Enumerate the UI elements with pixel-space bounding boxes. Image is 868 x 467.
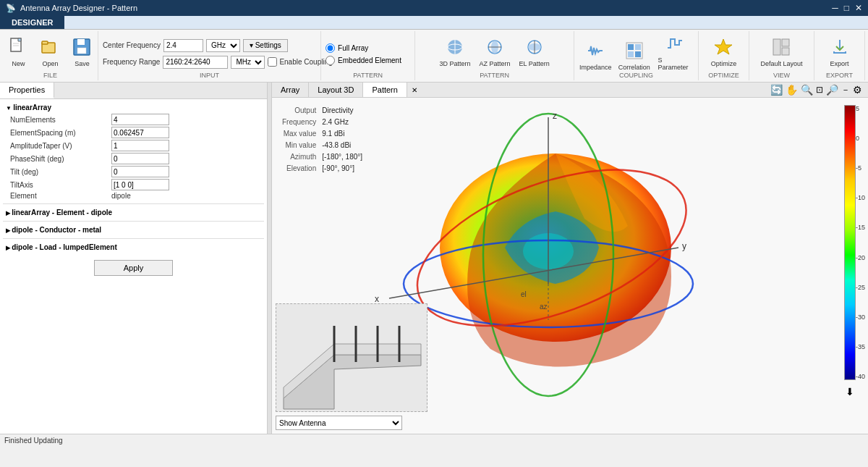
colorbar-download-icon[interactable]: ⬇ bbox=[846, 386, 854, 397]
tilt-axis-input[interactable] bbox=[111, 179, 169, 190]
maximize-button[interactable]: □ bbox=[844, 3, 849, 13]
tilt-input[interactable] bbox=[111, 166, 169, 177]
pattern-tab[interactable]: Pattern bbox=[363, 83, 407, 97]
el-pattern-button[interactable]: EL Pattern bbox=[516, 34, 553, 69]
full-array-row[interactable]: Full Array bbox=[326, 43, 401, 53]
show-antenna-row: Show Antenna Hide Antenna bbox=[276, 416, 402, 430]
layout-3d-tab[interactable]: Layout 3D bbox=[309, 83, 363, 97]
new-label: New bbox=[12, 60, 25, 67]
center-freq-unit-select[interactable]: GHzMHz bbox=[206, 39, 240, 52]
save-button[interactable]: Save bbox=[67, 34, 96, 69]
zoom-in-icon[interactable]: 🔎 bbox=[826, 84, 838, 96]
save-label: Save bbox=[75, 60, 90, 67]
status-text: Finished Updating bbox=[4, 437, 63, 445]
export-group-label: EXPORT bbox=[814, 72, 864, 79]
element-spacing-input[interactable] bbox=[111, 127, 169, 138]
impedance-icon bbox=[584, 39, 607, 62]
num-elements-row: NumElements bbox=[9, 113, 264, 126]
center-freq-input[interactable] bbox=[163, 39, 203, 52]
svg-rect-18 bbox=[628, 44, 634, 50]
tab-close-button[interactable]: ✕ bbox=[407, 85, 422, 96]
svg-rect-4 bbox=[42, 41, 48, 44]
element-spacing-label: ElementSpacing (m) bbox=[10, 129, 111, 137]
svg-rect-25 bbox=[782, 48, 789, 55]
embedded-element-radio[interactable] bbox=[326, 56, 335, 65]
svg-rect-24 bbox=[782, 39, 789, 46]
colorbar-neg10: -10 bbox=[856, 194, 865, 201]
default-layout-button[interactable]: Default Layout bbox=[757, 34, 805, 69]
svg-rect-21 bbox=[635, 51, 641, 57]
amplitude-taper-input[interactable] bbox=[111, 140, 169, 151]
linear-array-header[interactable]: linearArray bbox=[3, 102, 264, 113]
svg-rect-6 bbox=[77, 39, 85, 45]
pattern-btns-group-label: PATTERN bbox=[415, 72, 574, 79]
apply-button[interactable]: Apply bbox=[94, 260, 174, 276]
3d-pattern-button[interactable]: 3D Pattern bbox=[436, 34, 473, 69]
optimize-button[interactable]: Optimize bbox=[708, 34, 740, 69]
svg-rect-19 bbox=[635, 44, 641, 50]
export-button[interactable]: Export bbox=[825, 34, 854, 69]
zoom-icon[interactable]: 🔍 bbox=[801, 84, 813, 96]
correlation-button[interactable]: Correlation bbox=[616, 38, 652, 72]
right-content: OutputDirectivity Frequency2.4 GHz Max v… bbox=[272, 98, 868, 434]
minimize-button[interactable]: ─ bbox=[832, 3, 838, 13]
phase-shift-input[interactable] bbox=[111, 153, 169, 164]
tilt-axis-value bbox=[111, 179, 263, 190]
settings-icon[interactable]: ⚙ bbox=[853, 84, 862, 96]
fit-icon[interactable]: ⊡ bbox=[816, 85, 823, 95]
export-icons: Export bbox=[825, 34, 854, 69]
embedded-element-label: Embedded Element bbox=[338, 56, 401, 64]
full-array-radio[interactable] bbox=[326, 43, 335, 53]
new-icon bbox=[7, 35, 30, 59]
colorbar-neg25: -25 bbox=[856, 284, 865, 291]
small-array-svg bbox=[276, 304, 428, 413]
freq-range-unit-select[interactable]: MHzGHz bbox=[231, 56, 265, 69]
embedded-element-row[interactable]: Embedded Element bbox=[326, 56, 401, 65]
show-antenna-select[interactable]: Show Antenna Hide Antenna bbox=[276, 416, 402, 430]
close-button[interactable]: ✕ bbox=[855, 3, 862, 13]
designer-tab[interactable]: DESIGNER bbox=[0, 16, 64, 29]
zoom-out-icon[interactable]: － bbox=[841, 84, 850, 96]
app-icon: 📡 bbox=[6, 4, 16, 13]
small-3d-view bbox=[276, 303, 427, 412]
open-icon bbox=[38, 35, 61, 59]
pattern-icons: 3D Pattern AZ Pattern EL Pattern bbox=[436, 34, 552, 69]
new-button[interactable]: New bbox=[4, 34, 33, 69]
properties-tab[interactable]: Properties bbox=[0, 83, 54, 98]
array-tab[interactable]: Array bbox=[272, 83, 309, 97]
toolbar: DESIGNER New Open bbox=[0, 16, 868, 83]
pan-icon[interactable]: ✋ bbox=[786, 84, 798, 96]
title-bar: 📡 Antenna Array Designer - Pattern ─ □ ✕ bbox=[0, 0, 868, 16]
title-bar-left: 📡 Antenna Array Designer - Pattern bbox=[6, 4, 137, 13]
freq-range-label: Frequency Range bbox=[103, 58, 161, 66]
conductor-metal-header[interactable]: dipole - Conductor - metal bbox=[3, 224, 264, 235]
num-elements-input[interactable] bbox=[111, 114, 169, 125]
element-dipole-header[interactable]: linearArray - Element - dipole bbox=[3, 207, 264, 218]
load-lumped-header[interactable]: dipole - Load - lumpedElement bbox=[3, 242, 264, 253]
svg-rect-20 bbox=[628, 51, 634, 57]
enable-coupling-checkbox[interactable] bbox=[268, 57, 277, 67]
left-tabs: Properties bbox=[0, 83, 267, 99]
window-title: Antenna Array Designer - Pattern bbox=[20, 4, 137, 12]
colorbar-neg15: -15 bbox=[856, 224, 865, 231]
impedance-button[interactable]: Impedance bbox=[577, 38, 613, 72]
pattern-view-tools: 🔄 ✋ 🔍 ⊡ 🔎 － ⚙ bbox=[770, 84, 868, 96]
colorbar-0: 0 bbox=[856, 135, 865, 142]
settings-button[interactable]: ▾ Settings bbox=[243, 39, 288, 52]
element-spacing-row: ElementSpacing (m) bbox=[9, 126, 264, 139]
s-parameter-label: S Parameter bbox=[658, 56, 692, 71]
pattern-3d-view[interactable]: z y x el az bbox=[272, 98, 832, 434]
freq-range-input[interactable] bbox=[163, 56, 228, 69]
optimize-label: Optimize bbox=[711, 60, 737, 67]
open-button[interactable]: Open bbox=[35, 34, 64, 69]
toolbar-main: New Open Save FILE bbox=[0, 30, 868, 82]
pattern-group-label: PATTERN bbox=[321, 72, 414, 79]
view-group: Default Layout VIEW bbox=[749, 31, 814, 80]
s-parameter-button[interactable]: S Parameter bbox=[655, 30, 694, 72]
divider-3 bbox=[3, 238, 264, 239]
az-pattern-button[interactable]: AZ Pattern bbox=[477, 34, 514, 69]
el-pattern-label: EL Pattern bbox=[519, 60, 550, 67]
pattern-buttons-group: 3D Pattern AZ Pattern EL Pattern PATTERN bbox=[415, 31, 574, 80]
rotate-icon[interactable]: 🔄 bbox=[770, 84, 783, 96]
colorbar-neg5: -5 bbox=[856, 164, 865, 172]
